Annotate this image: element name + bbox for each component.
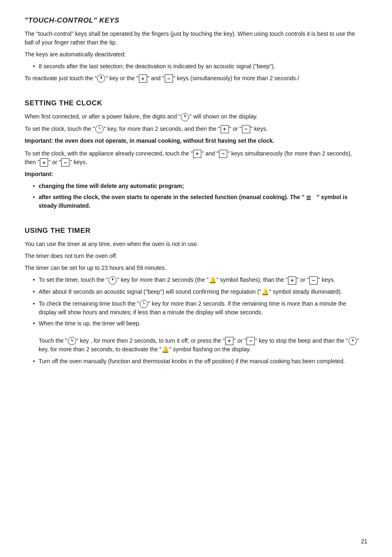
touch-control-section: "TOUCH-CONTROL" KEYS The "touch-control"… (25, 16, 363, 83)
timer-para-1: You can use the timer at any time, even … (25, 240, 363, 248)
timer-section: USING THE TIMER You can use the timer at… (25, 227, 363, 365)
clock-key-icon-5 (140, 300, 148, 308)
clock-key-icon-4 (108, 276, 117, 285)
clock-key-icon-7 (348, 337, 357, 345)
minus-key-icon-3: − (219, 150, 227, 158)
timer-title: USING THE TIMER (25, 227, 363, 235)
touch-control-reactivate: To reactivate just touch the "" key or t… (25, 74, 363, 83)
clock-bullets: changing the time will delete any automa… (33, 182, 363, 210)
touch-control-para-2: The keys are automatically deactivated: (25, 50, 363, 59)
minus-key-icon: − (165, 74, 173, 83)
timer-bullet-3: To check the remaining time touch the ""… (33, 299, 363, 317)
setting-clock-section: SETTING THE CLOCK When first connected, … (25, 99, 363, 210)
plus-key-icon-6: + (225, 337, 233, 345)
touch-control-item-1: 8 seconds after the last selection; the … (33, 62, 363, 71)
clock-important-2: Important: (25, 170, 363, 179)
clock-key-icon-2 (181, 113, 189, 121)
clock-important-1: Important: the oven does not operate, in… (25, 137, 363, 145)
timer-bullet-2: After about 8 seconds an acoustic signal… (33, 288, 363, 297)
timer-beep-text: Touch the "" key , for more then 2 secon… (39, 337, 359, 353)
clock-bullet-1: changing the time will delete any automa… (33, 182, 363, 190)
clock-para-3: To set the clock, with the appliance alr… (25, 149, 363, 167)
page: "TOUCH-CONTROL" KEYS The "touch-control"… (0, 0, 392, 557)
clock-para-1: When first connected, or after a power f… (25, 112, 363, 121)
bell-icon-2: 🔔 (261, 288, 269, 295)
clock-bullet-2: after setting the clock, the oven starts… (33, 193, 363, 210)
minus-key-icon-5: − (309, 276, 318, 285)
timer-bullet-5: Turn off the oven manually (function and… (33, 357, 363, 366)
timer-para-3: The timer can be set for up to 23 hours … (25, 264, 363, 272)
touch-control-para-1: The "touch-control" keys shall be operat… (25, 30, 363, 47)
plus-key-icon-5: + (288, 276, 296, 285)
timer-para-2: The timer does not turn the oven off. (25, 252, 363, 260)
minus-key-icon-6: − (247, 337, 255, 345)
plus-key-icon-4: + (40, 158, 48, 167)
clock-important-label: Important: (25, 171, 53, 177)
timer-bullet-1: To set the timer, touch the "" key for m… (33, 276, 363, 285)
setting-clock-title: SETTING THE CLOCK (25, 99, 363, 107)
flame-symbol: ☰ (306, 195, 315, 201)
svg-text:☰: ☰ (306, 195, 311, 201)
bell-icon-3: 🔔 (161, 346, 169, 353)
touch-control-title: "TOUCH-CONTROL" KEYS (25, 16, 363, 25)
minus-key-icon-4: − (61, 158, 69, 167)
clock-bullet-2-text: after setting the clock, the oven starts… (39, 194, 348, 209)
clock-key-icon (97, 74, 105, 83)
timer-bullet-4: When the time is up, the timer will beep… (33, 319, 363, 355)
minus-key-icon-2: − (242, 125, 250, 133)
plus-key-icon-3: + (193, 150, 201, 158)
plus-key-icon-2: + (221, 125, 229, 133)
clock-para-2: To set the clock, touch the "" key, for … (25, 125, 363, 133)
clock-key-icon-3 (95, 125, 104, 133)
clock-bullet-1-text: changing the time will delete any automa… (39, 183, 184, 189)
bell-icon: 🔔 (209, 277, 217, 284)
plus-key-icon: + (139, 74, 147, 83)
timer-bullets: To set the timer, touch the "" key for m… (33, 276, 363, 365)
clock-key-icon-6 (68, 337, 76, 345)
page-number: 21 (361, 538, 367, 545)
clock-important-bold: Important: the oven does not operate, in… (25, 137, 274, 144)
touch-control-list: 8 seconds after the last selection; the … (33, 62, 363, 71)
